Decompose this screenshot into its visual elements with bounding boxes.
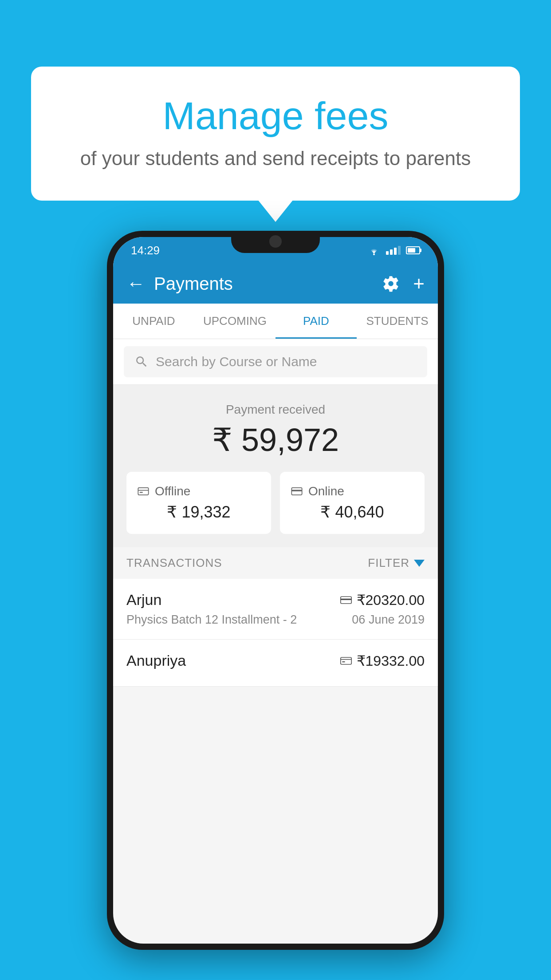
table-row[interactable]: Anupriya ₹19332.00 — [113, 640, 438, 687]
tab-paid[interactable]: PAID — [276, 304, 357, 339]
svg-rect-3 — [140, 492, 143, 493]
phone-device: 14:29 — [107, 231, 444, 950]
offline-amount: ₹ 19,332 — [137, 503, 260, 522]
tab-unpaid[interactable]: UNPAID — [113, 304, 194, 339]
transactions-header: TRANSACTIONS FILTER — [113, 547, 438, 579]
svg-rect-10 — [342, 661, 345, 662]
online-label: Online — [308, 484, 344, 498]
svg-point-0 — [373, 253, 375, 255]
payment-received-label: Payment received — [126, 403, 425, 417]
tab-students[interactable]: STUDENTS — [357, 304, 438, 339]
transaction-amount: ₹20320.00 — [357, 592, 425, 609]
transaction-date: 06 June 2019 — [352, 613, 425, 627]
transaction-name: Arjun — [126, 591, 161, 609]
payment-total-amount: ₹ 59,972 — [126, 421, 425, 458]
transaction-course: Physics Batch 12 Installment - 2 — [126, 613, 297, 627]
gear-icon[interactable] — [382, 275, 400, 292]
svg-rect-1 — [138, 488, 148, 495]
app-bar-title: Payments — [154, 274, 382, 294]
status-time: 14:29 — [131, 244, 160, 257]
back-button[interactable]: ← — [126, 273, 145, 294]
transaction-amount: ₹19332.00 — [357, 652, 425, 669]
card-payment-icon — [340, 596, 352, 605]
tab-upcoming[interactable]: UPCOMING — [194, 304, 276, 339]
search-icon — [134, 355, 149, 369]
app-bar-actions: + — [382, 273, 425, 295]
add-button[interactable]: + — [413, 273, 425, 295]
offline-icon — [137, 485, 150, 498]
filter-button[interactable]: FILTER — [368, 556, 425, 570]
online-payment-card: Online ₹ 40,640 — [280, 472, 425, 534]
battery-icon — [406, 246, 420, 254]
transaction-row-top: Anupriya ₹19332.00 — [126, 652, 425, 669]
filter-icon — [414, 560, 425, 567]
speech-bubble-subtitle: of your students and send receipts to pa… — [67, 147, 484, 170]
transaction-amount-container: ₹19332.00 — [340, 652, 425, 669]
search-input[interactable]: Search by Course or Name — [156, 354, 317, 369]
svg-rect-7 — [340, 598, 351, 600]
svg-rect-5 — [291, 490, 302, 492]
speech-bubble-title: Manage fees — [67, 93, 484, 138]
online-amount: ₹ 40,640 — [291, 503, 414, 522]
transaction-amount-container: ₹20320.00 — [340, 592, 425, 609]
payment-cards: Offline ₹ 19,332 Online ₹ 40,640 — [126, 472, 425, 534]
filter-label: FILTER — [368, 556, 409, 570]
online-card-header: Online — [291, 484, 414, 498]
transactions-label: TRANSACTIONS — [126, 556, 222, 570]
online-icon — [291, 485, 303, 498]
front-camera — [269, 235, 282, 248]
tab-bar: UNPAID UPCOMING PAID STUDENTS — [113, 304, 438, 339]
offline-label: Offline — [155, 484, 190, 498]
offline-payment-card: Offline ₹ 19,332 — [126, 472, 271, 534]
speech-bubble: Manage fees of your students and send re… — [31, 67, 520, 201]
transaction-name: Anupriya — [126, 652, 186, 669]
transaction-row-top: Arjun ₹20320.00 — [126, 591, 425, 609]
search-container: Search by Course or Name — [113, 339, 438, 385]
phone-screen: 14:29 — [113, 237, 438, 944]
payment-summary: Payment received ₹ 59,972 Offline ₹ 19,3… — [113, 385, 438, 547]
transaction-row-bottom: Physics Batch 12 Installment - 2 06 June… — [126, 613, 425, 627]
offline-payment-icon — [340, 656, 352, 665]
speech-bubble-container: Manage fees of your students and send re… — [31, 67, 520, 201]
table-row[interactable]: Arjun ₹20320.00 Physics Batch 12 Install… — [113, 579, 438, 640]
signal-icon — [386, 246, 401, 255]
app-bar: ← Payments + — [113, 264, 438, 304]
phone-notch — [231, 231, 320, 253]
svg-rect-8 — [340, 657, 351, 664]
search-box[interactable]: Search by Course or Name — [124, 346, 427, 377]
status-icons — [367, 245, 420, 255]
offline-card-header: Offline — [137, 484, 260, 498]
wifi-icon — [367, 245, 381, 255]
